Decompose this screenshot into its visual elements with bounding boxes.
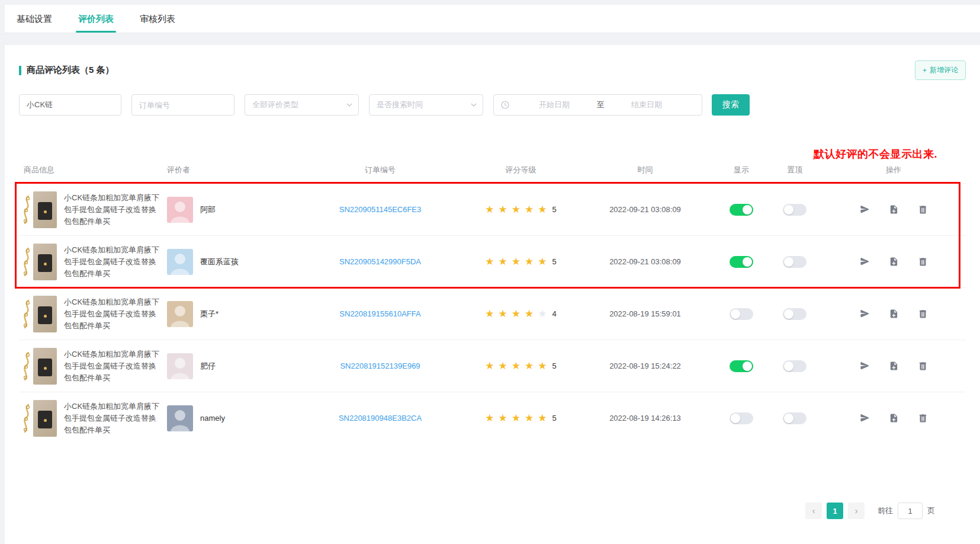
product-cell: 小CK链条加粗加宽单肩腋下包手提包金属链子改造替换包包配件单买 (19, 296, 167, 332)
table-body: 小CK链条加粗加宽单肩腋下包手提包金属链子改造替换包包配件单买 阿部 SN220… (19, 183, 966, 444)
prev-page-button[interactable]: ‹ (805, 503, 822, 519)
order-number-link[interactable]: SN2208190948E3B2CA (339, 414, 422, 423)
reply-icon[interactable] (860, 361, 870, 371)
pin-toggle[interactable] (783, 204, 807, 216)
order-cell: SN220819155610AFFA (294, 309, 466, 318)
star-icon: ★ (538, 308, 547, 319)
order-number-input[interactable] (132, 101, 234, 110)
pin-toggle[interactable] (783, 256, 807, 268)
goto-page-input[interactable] (898, 503, 923, 519)
time-cell: 2022-09-21 03:08:09 (576, 205, 715, 214)
reply-icon[interactable] (860, 257, 870, 267)
delete-icon[interactable] (918, 204, 928, 215)
page-title-text: 商品评论列表（5 条） (27, 65, 114, 76)
file-add-icon[interactable] (889, 413, 899, 423)
filter-bar: 全部评价类型 是否搜索时间 开始日期 至 结束日期 搜索 (19, 94, 966, 116)
reviewer-name: namely (200, 414, 225, 423)
file-add-icon[interactable] (889, 257, 899, 267)
file-add-icon[interactable] (889, 361, 899, 371)
delete-icon[interactable] (918, 309, 928, 319)
reviewer-cell: 肥仔 (167, 353, 294, 379)
file-add-icon[interactable] (889, 204, 899, 215)
show-toggle[interactable] (730, 256, 753, 268)
star-icon: ★ (538, 360, 547, 372)
time-cell: 2022-09-21 03:08:09 (576, 257, 715, 266)
file-add-icon[interactable] (889, 309, 899, 319)
review-time: 2022-09-21 03:08:09 (609, 205, 681, 214)
star-icon: ★ (512, 412, 520, 424)
rating-value: 5 (552, 257, 557, 266)
search-button[interactable]: 搜索 (712, 94, 750, 116)
product-keyword-input[interactable] (20, 101, 121, 110)
pin-cell (768, 360, 821, 372)
show-cell (715, 256, 768, 268)
delete-icon[interactable] (918, 257, 928, 267)
rating-value: 5 (552, 414, 557, 423)
date-range-picker[interactable]: 开始日期 至 结束日期 (493, 94, 702, 116)
star-icon: ★ (525, 256, 534, 267)
current-page-button[interactable]: 1 (827, 503, 843, 519)
tab-review-list[interactable]: 评价列表 (76, 7, 116, 33)
star-icon: ★ (525, 412, 534, 424)
star-icon: ★ (499, 256, 507, 267)
chain-product-image (20, 349, 33, 383)
star-rating: ★★★★★ (485, 360, 551, 372)
show-cell (715, 308, 768, 320)
add-comment-button[interactable]: + 新增评论 (915, 60, 966, 80)
header-pin: 置顶 (768, 165, 821, 175)
chevron-down-icon (471, 102, 477, 108)
show-toggle[interactable] (730, 204, 753, 216)
product-cell: 小CK链条加粗加宽单肩腋下包手提包金属链子改造替换包包配件单买 (19, 191, 167, 228)
pin-toggle[interactable] (783, 412, 807, 424)
time-search-select[interactable]: 是否搜索时间 (369, 94, 483, 116)
pin-toggle[interactable] (783, 308, 807, 320)
order-cell: SN220819152139E969 (294, 361, 466, 370)
review-time: 2022-08-19 15:24:22 (609, 361, 681, 370)
bag-product-image (33, 244, 57, 280)
review-type-select[interactable]: 全部评价类型 (245, 94, 359, 116)
actions-cell (821, 309, 966, 319)
pin-toggle[interactable] (783, 360, 807, 372)
actions-cell (821, 413, 966, 423)
star-icon: ★ (499, 412, 507, 424)
show-toggle[interactable] (730, 360, 753, 372)
delete-icon[interactable] (918, 413, 928, 423)
rating-value: 5 (552, 205, 557, 214)
plus-icon: + (923, 66, 927, 75)
end-date-placeholder[interactable]: 结束日期 (618, 100, 675, 110)
order-number-link[interactable]: SN220819155610AFFA (339, 309, 420, 318)
reviewer-cell: 覆面系蓝孩 (167, 249, 294, 275)
order-number-link[interactable]: SN2209051145EC6FE3 (339, 205, 422, 214)
reply-icon[interactable] (860, 204, 870, 215)
star-icon: ★ (499, 308, 507, 319)
next-page-button[interactable]: › (848, 503, 865, 519)
order-number-field-wrap (131, 94, 234, 116)
order-cell: SN220905142990F5DA (294, 257, 466, 266)
reviewer-cell: 栗子* (167, 301, 294, 327)
tab-audit-list[interactable]: 审核列表 (137, 7, 178, 33)
order-cell: SN2209051145EC6FE3 (294, 205, 466, 214)
order-number-link[interactable]: SN220819152139E969 (340, 361, 420, 370)
order-number-link[interactable]: SN220905142990F5DA (339, 257, 421, 266)
reply-icon[interactable] (860, 309, 870, 319)
review-time: 2022-08-19 14:26:13 (609, 414, 681, 423)
table-row: 小CK链条加粗加宽单肩腋下包手提包金属链子改造替换包包配件单买 覆面系蓝孩 SN… (19, 235, 966, 287)
star-icon: ★ (525, 308, 534, 319)
delete-icon[interactable] (918, 361, 928, 371)
show-toggle[interactable] (730, 308, 753, 320)
pin-cell (768, 256, 821, 268)
tab-basic-settings[interactable]: 基础设置 (14, 7, 54, 33)
reply-icon[interactable] (860, 413, 870, 423)
time-search-value: 是否搜索时间 (377, 100, 423, 110)
table-row: 小CK链条加粗加宽单肩腋下包手提包金属链子改造替换包包配件单买 栗子* SN22… (19, 287, 966, 340)
show-cell (715, 360, 768, 372)
main-card: 商品评论列表（5 条） + 新增评论 全部评价类型 是否搜索时间 (5, 45, 980, 544)
pagination: ‹ 1 › 前往 页 (805, 503, 935, 519)
show-toggle[interactable] (730, 412, 753, 424)
product-title: 小CK链条加粗加宽单肩腋下包手提包金属链子改造替换包包配件单买 (64, 244, 163, 280)
page-unit-label: 页 (927, 505, 935, 516)
rating-value: 5 (552, 361, 557, 370)
start-date-placeholder[interactable]: 开始日期 (526, 100, 583, 110)
star-rating: ★★★★★ (485, 255, 551, 268)
rating-cell: ★★★★★ 5 (466, 255, 576, 268)
